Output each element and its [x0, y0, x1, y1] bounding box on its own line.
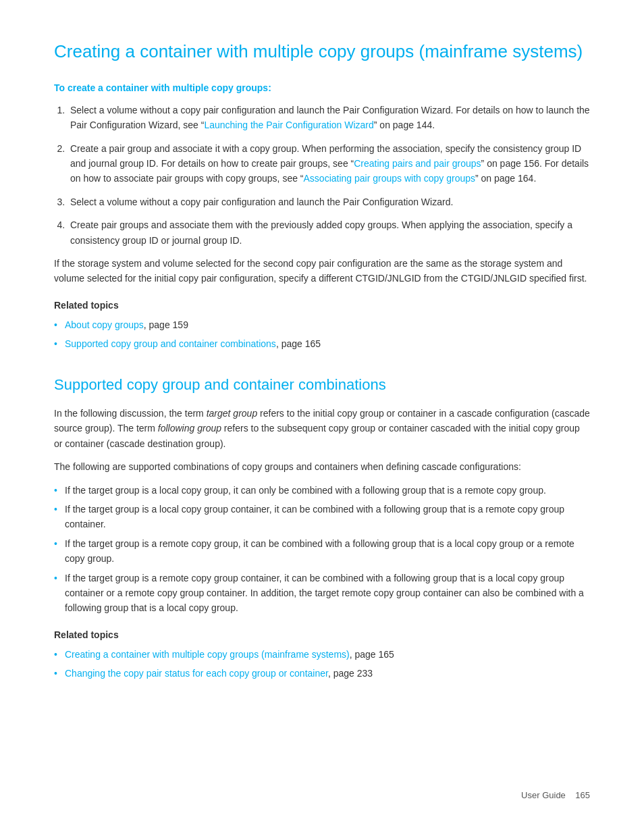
step1-text-after: ” on page 144. — [374, 120, 435, 130]
step4-text: Create pair groups and associate them wi… — [70, 219, 572, 245]
related-link-3-suffix: , page 165 — [350, 649, 394, 660]
related-link-item-3: Creating a container with multiple copy … — [54, 647, 590, 662]
section2-intro1: In the following discussion, the term ta… — [54, 406, 590, 451]
related-link-item-2: Supported copy group and container combi… — [54, 336, 590, 351]
section1-bold-label: To create a container with multiple copy… — [54, 82, 590, 93]
page-title: Creating a container with multiple copy … — [54, 41, 590, 63]
step3-text: Select a volume without a copy pair conf… — [70, 197, 453, 207]
related-link-3[interactable]: Creating a container with multiple copy … — [65, 649, 350, 660]
related-link-2-suffix: , page 165 — [276, 338, 321, 349]
step-2: Create a pair group and associate it wit… — [68, 141, 590, 186]
section2-bullet-list: If the target group is a local copy grou… — [54, 483, 590, 616]
intro1-italic1: target group — [207, 408, 258, 419]
bullet-item-3: If the target group is a remote copy gro… — [54, 536, 590, 567]
step1-link[interactable]: Launching the Pair Configuration Wizard — [204, 120, 373, 130]
related-link-4[interactable]: Changing the copy pair status for each c… — [65, 668, 328, 679]
steps-list: Select a volume without a copy pair conf… — [68, 103, 590, 248]
footer-page: 165 — [575, 790, 590, 800]
related-link-2[interactable]: Supported copy group and container combi… — [65, 338, 276, 349]
step-3: Select a volume without a copy pair conf… — [68, 194, 590, 209]
related-link-4-suffix: , page 233 — [328, 668, 373, 679]
step-4: Create pair groups and associate them wi… — [68, 217, 590, 248]
note-block: If the storage system and volume selecte… — [54, 256, 590, 286]
footer-label: User Guide — [521, 790, 566, 800]
related-link-item-4: Changing the copy pair status for each c… — [54, 666, 590, 681]
related-link-1[interactable]: About copy groups — [65, 319, 144, 330]
step-1: Select a volume without a copy pair conf… — [68, 103, 590, 133]
related-links-list-2: Creating a container with multiple copy … — [54, 647, 590, 681]
step2-link1[interactable]: Creating pairs and pair groups — [354, 158, 481, 169]
bullet-item-4: If the target group is a remote copy gro… — [54, 571, 590, 616]
bullet-item-1: If the target group is a local copy grou… — [54, 483, 590, 498]
section2-intro2: The following are supported combinations… — [54, 459, 590, 474]
section2-title: Supported copy group and container combi… — [54, 375, 590, 395]
step2-link2[interactable]: Associating pair groups with copy groups — [304, 173, 475, 184]
related-link-1-suffix: , page 159 — [144, 319, 188, 330]
related-topics-label-1: Related topics — [54, 300, 590, 311]
intro1-italic2: following group — [158, 423, 221, 434]
related-link-item-1: About copy groups, page 159 — [54, 317, 590, 332]
step2-text-after: ” on page 164. — [475, 173, 536, 184]
bullet-item-2: If the target group is a local copy grou… — [54, 502, 590, 532]
related-links-list-1: About copy groups, page 159 Supported co… — [54, 317, 590, 352]
related-topics-label-2: Related topics — [54, 629, 590, 640]
intro1-before: In the following discussion, the term — [54, 408, 207, 419]
page-footer: User Guide 165 — [521, 790, 590, 800]
